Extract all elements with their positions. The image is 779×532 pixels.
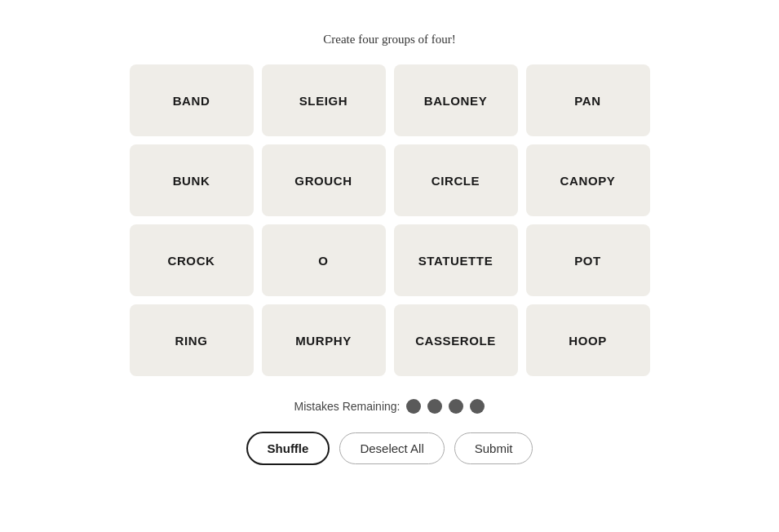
action-buttons: Shuffle Deselect All Submit (246, 432, 533, 465)
shuffle-button[interactable]: Shuffle (246, 432, 330, 465)
mistake-dot-2 (427, 399, 442, 414)
mistakes-label: Mistakes Remaining: (294, 400, 401, 413)
mistake-dot-3 (449, 399, 463, 414)
tile-band[interactable]: BAND (130, 64, 254, 136)
main-container: Create four groups of four! BANDSLEIGHBA… (121, 33, 659, 465)
instruction-text: Create four groups of four! (323, 33, 455, 47)
tile-pot[interactable]: POT (526, 224, 650, 296)
tile-pan[interactable]: PAN (526, 64, 650, 136)
tile-hoop[interactable]: HOOP (526, 304, 650, 376)
tile-murphy[interactable]: MURPHY (262, 304, 386, 376)
tile-grouch[interactable]: GROUCH (262, 144, 386, 216)
submit-button[interactable]: Submit (454, 432, 533, 464)
tile-o[interactable]: O (262, 224, 386, 296)
tile-statuette[interactable]: STATUETTE (394, 224, 518, 296)
word-grid: BANDSLEIGHBALONEYPANBUNKGROUCHCIRCLECANO… (130, 64, 650, 376)
tile-baloney[interactable]: BALONEY (394, 64, 518, 136)
tile-sleigh[interactable]: SLEIGH (262, 64, 386, 136)
tile-bunk[interactable]: BUNK (130, 144, 254, 216)
mistake-dot-1 (406, 399, 421, 414)
deselect-button[interactable]: Deselect All (339, 432, 444, 464)
mistake-dot-4 (470, 399, 485, 414)
tile-canopy[interactable]: CANOPY (526, 144, 650, 216)
tile-crock[interactable]: CROCK (130, 224, 254, 296)
mistakes-row: Mistakes Remaining: (294, 399, 485, 414)
tile-ring[interactable]: RING (130, 304, 254, 376)
tile-circle[interactable]: CIRCLE (394, 144, 518, 216)
tile-casserole[interactable]: CASSEROLE (394, 304, 518, 376)
